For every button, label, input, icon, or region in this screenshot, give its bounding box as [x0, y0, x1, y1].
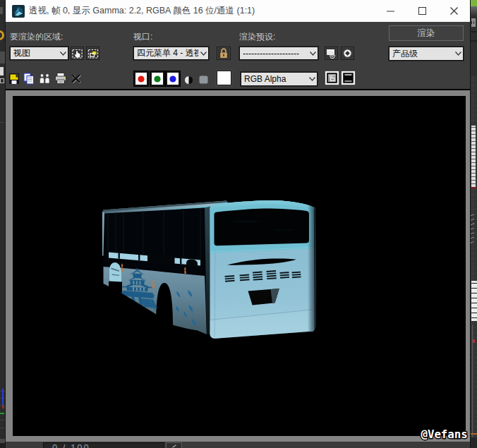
render-canvas[interactable] — [13, 96, 466, 436]
pixel-color-swatch[interactable] — [217, 71, 231, 85]
background-app-right-sliver — [471, 0, 477, 448]
background-seam — [471, 40, 477, 42]
environment-effects-icon — [342, 48, 353, 59]
chevron-down-icon — [308, 47, 318, 59]
background-gray-gradient — [471, 6, 477, 16]
rendered-bus-image — [13, 96, 466, 436]
maximize-button[interactable] — [406, 0, 438, 22]
toggle-ui-overlays-button[interactable] — [325, 71, 339, 85]
close-button[interactable] — [438, 0, 470, 22]
viewport-lock-button[interactable] — [217, 47, 231, 60]
background-bottom-dark — [471, 437, 477, 448]
edit-region-icon — [72, 48, 83, 59]
render-mode-value: 产品级 — [390, 48, 453, 60]
alpha-channel-button[interactable] — [199, 75, 208, 84]
close-icon — [449, 6, 459, 16]
save-image-button[interactable] — [8, 73, 20, 85]
minimize-icon — [386, 6, 395, 16]
blue-channel-button[interactable] — [166, 71, 180, 86]
background-grid-line — [0, 428, 5, 428]
area-to-render-select[interactable]: 视图 — [10, 47, 68, 60]
viewport-label: 视口: — [133, 31, 152, 43]
background-doc-icon-fragment — [0, 67, 4, 75]
frame-spinner[interactable] — [166, 442, 182, 448]
background-panel-fragment — [0, 52, 5, 63]
chevron-down-icon — [198, 47, 208, 59]
background-square-icon-fragment — [0, 78, 4, 83]
toolbar: 要渲染的区域: 视口: 渲染预设: 视图 四元菜单 4 - 透视 — [6, 22, 470, 90]
red-channel-icon — [137, 75, 145, 83]
titlebar[interactable]: 透视, 帧 0, 显示 Gamma: 2.2, RGBA 颜色 16 位/通道 … — [6, 0, 470, 22]
window-title: 透视, 帧 0, 显示 Gamma: 2.2, RGBA 颜色 16 位/通道 … — [29, 0, 255, 22]
copy-image-button[interactable] — [23, 73, 35, 85]
background-white-wireframe — [471, 281, 477, 321]
monochrome-button[interactable] — [184, 75, 193, 85]
background-orange-line — [471, 433, 477, 435]
background-grid-line — [0, 420, 5, 420]
render-button[interactable]: 渲染 — [389, 25, 464, 41]
lock-icon — [219, 48, 229, 59]
window-controls — [375, 0, 470, 22]
render-preset-value: -------------------- — [240, 49, 308, 59]
edit-region-button[interactable] — [71, 47, 84, 60]
green-channel-button[interactable] — [150, 71, 164, 86]
screenshot-root: { "titlebar": { "title": "透视, 帧 0, 显示 Ga… — [0, 0, 477, 448]
rendered-frame-window: 透视, 帧 0, 显示 Gamma: 2.2, RGBA 颜色 16 位/通道 … — [5, 0, 471, 448]
toggle-ui-button[interactable] — [341, 71, 356, 85]
green-channel-icon — [153, 75, 162, 83]
background-grid-line — [0, 122, 5, 123]
maximize-icon — [418, 6, 427, 16]
background-yellow-ring-icon — [0, 30, 4, 40]
viewport-value: 四元菜单 4 - 透视 — [134, 47, 198, 59]
background-green-axis-line — [0, 413, 4, 414]
clear-button[interactable] — [71, 74, 82, 84]
render-setup-icon — [326, 48, 337, 59]
clone-rendered-frame-window-button[interactable] — [39, 73, 51, 85]
bottom-statusbar: 0 / 100 — [6, 442, 470, 448]
print-image-button[interactable] — [54, 72, 67, 85]
chevron-down-icon — [307, 73, 317, 85]
chevron-down-icon — [453, 47, 463, 60]
area-to-render-label: 要渲染的区域: — [10, 31, 63, 43]
viewport-select[interactable]: 四元菜单 4 - 透视 — [133, 47, 209, 60]
blue-channel-icon — [169, 75, 177, 83]
area-to-render-value: 视图 — [11, 47, 58, 59]
environment-effects-button[interactable] — [341, 47, 354, 60]
minimize-button[interactable] — [375, 0, 406, 22]
background-app-left-sliver — [0, 0, 5, 448]
background-blue-axis-line — [2, 389, 4, 405]
frame-indicator-field[interactable]: 0 / 100 — [43, 442, 164, 448]
render-preset-select[interactable]: -------------------- — [239, 47, 318, 60]
background-white-panel-text — [471, 126, 476, 187]
background-red-mark — [2, 406, 4, 408]
background-green-corner — [471, 0, 477, 6]
background-vert-line — [472, 325, 473, 437]
background-tiny-text — [471, 21, 476, 24]
render-setup-button[interactable] — [325, 47, 338, 60]
channel-display-value: RGB Alpha — [241, 74, 307, 84]
render-mode-select[interactable]: 产品级 — [389, 47, 464, 61]
chevron-down-icon — [58, 47, 68, 59]
background-wire-scribble — [471, 212, 474, 243]
3dsmax-app-icon — [12, 5, 25, 18]
background-icon-fragment — [0, 7, 3, 14]
red-channel-button[interactable] — [134, 71, 148, 86]
channel-display-select[interactable]: RGB Alpha — [241, 72, 318, 86]
background-bottom-dark — [0, 443, 5, 448]
background-red-line — [471, 187, 477, 188]
frame-window-client — [6, 90, 470, 442]
auto-region-selected-button[interactable] — [86, 47, 99, 60]
auto-region-selected-icon — [87, 48, 99, 59]
background-seam — [471, 31, 477, 32]
render-preset-label: 渲染预设: — [239, 31, 275, 43]
